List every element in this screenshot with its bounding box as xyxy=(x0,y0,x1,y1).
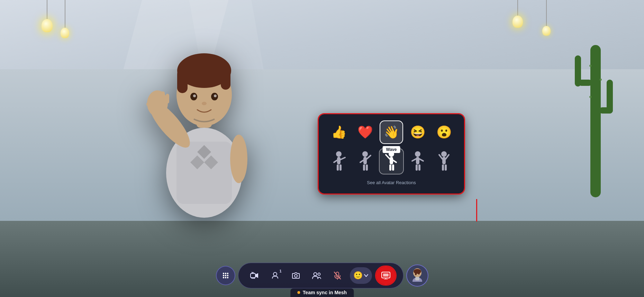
svg-rect-42 xyxy=(366,164,368,171)
reactions-button[interactable]: 🙂 xyxy=(350,267,372,284)
svg-point-61 xyxy=(223,273,224,274)
see-all-avatar-reactions[interactable]: See all Avatar Reactions xyxy=(326,179,457,187)
svg-rect-4 xyxy=(607,80,613,114)
svg-line-33 xyxy=(341,158,345,160)
ceiling-light-4 xyxy=(542,0,551,36)
connector-vertical xyxy=(476,199,477,222)
cord-4 xyxy=(546,0,547,26)
camera-icon xyxy=(292,272,300,279)
cactus-svg xyxy=(568,10,623,201)
status-bar: Team sync in Mesh xyxy=(290,288,354,297)
emoji-reactions-row: 👍 ❤️ 👋 Wave 😆 😮 xyxy=(326,121,457,143)
grid-dots-icon xyxy=(221,271,230,280)
more-people-icon xyxy=(312,272,321,279)
svg-rect-50 xyxy=(416,157,419,164)
svg-rect-87 xyxy=(415,277,419,280)
participants-badge: 1 xyxy=(279,269,281,273)
av-salute-icon xyxy=(358,151,372,171)
avatar-svg xyxy=(121,27,287,228)
svg-line-51 xyxy=(412,159,416,161)
svg-rect-0 xyxy=(590,45,601,197)
svg-point-62 xyxy=(225,273,226,274)
reaction-surprised[interactable]: 😮 xyxy=(433,121,455,143)
svg-line-39 xyxy=(367,155,371,159)
svg-line-34 xyxy=(334,160,337,162)
svg-point-74 xyxy=(314,273,317,276)
participants-icon xyxy=(271,271,279,280)
svg-point-65 xyxy=(225,275,226,276)
avatar-reaction-hands-up[interactable] xyxy=(432,149,456,174)
svg-rect-41 xyxy=(363,164,365,171)
avatar-reaction-salute[interactable] xyxy=(353,149,377,174)
camera-switch-icon xyxy=(250,272,258,279)
svg-point-6 xyxy=(600,79,602,81)
av-point-icon xyxy=(332,151,346,171)
toolbar-bar: 1 xyxy=(238,263,403,288)
avatar-3d xyxy=(121,27,287,230)
svg-rect-48 xyxy=(392,164,394,171)
reactions-panel: 👍 ❤️ 👋 Wave 😆 😮 xyxy=(319,114,464,194)
reaction-wave[interactable]: 👋 Wave xyxy=(380,121,402,143)
grid-dots-button[interactable] xyxy=(216,266,235,285)
ceiling-light-1 xyxy=(42,0,53,32)
svg-rect-29 xyxy=(166,94,169,104)
svg-rect-60 xyxy=(445,164,447,171)
svg-point-72 xyxy=(273,272,277,276)
bulb-3 xyxy=(513,16,523,28)
camera-button[interactable] xyxy=(288,267,304,284)
status-text: Team sync in Mesh xyxy=(303,290,347,295)
cord-1 xyxy=(47,0,47,19)
svg-rect-86 xyxy=(418,272,420,274)
svg-rect-47 xyxy=(389,164,391,171)
reaction-thumbs-up[interactable]: 👍 xyxy=(328,121,350,143)
ceiling-light-2 xyxy=(61,0,69,38)
mute-button[interactable] xyxy=(329,267,346,284)
svg-rect-18 xyxy=(177,69,188,93)
svg-rect-2 xyxy=(575,55,581,87)
av-shrug-icon xyxy=(411,151,425,171)
camera-switch-button[interactable] xyxy=(246,267,263,284)
ceiling-light-3 xyxy=(513,0,523,28)
svg-point-63 xyxy=(227,273,228,274)
svg-point-31 xyxy=(336,151,342,157)
svg-rect-28 xyxy=(161,91,165,103)
svg-point-7 xyxy=(589,96,591,98)
svg-rect-85 xyxy=(415,272,417,275)
svg-point-37 xyxy=(362,151,368,157)
more-people-button[interactable] xyxy=(308,267,325,284)
svg-point-66 xyxy=(227,275,228,276)
avatar-reaction-shrug[interactable] xyxy=(406,149,429,174)
svg-point-49 xyxy=(415,151,420,157)
svg-point-55 xyxy=(441,151,447,157)
bulb-2 xyxy=(61,28,69,38)
svg-line-46 xyxy=(393,160,396,162)
bulb-1 xyxy=(42,19,53,32)
svg-rect-27 xyxy=(157,91,160,103)
av-hands-up-icon xyxy=(437,151,451,171)
svg-rect-35 xyxy=(337,164,339,171)
profile-avatar-icon xyxy=(410,268,424,283)
svg-rect-70 xyxy=(251,273,255,278)
share-screen-icon xyxy=(381,272,390,279)
reaction-laugh[interactable]: 😆 xyxy=(407,121,429,143)
av-wave-icon xyxy=(384,151,398,171)
svg-line-52 xyxy=(419,159,423,161)
svg-point-22 xyxy=(193,94,196,97)
svg-rect-54 xyxy=(418,164,420,171)
svg-point-69 xyxy=(227,277,228,278)
participants-button[interactable]: 1 xyxy=(267,267,283,284)
svg-rect-36 xyxy=(339,164,342,171)
reaction-heart[interactable]: ❤️ xyxy=(354,121,376,143)
svg-marker-71 xyxy=(255,273,258,278)
svg-rect-19 xyxy=(221,69,230,90)
mute-icon xyxy=(334,271,341,280)
bulb-4 xyxy=(542,26,551,36)
avatar-reaction-point[interactable] xyxy=(327,149,351,174)
svg-rect-56 xyxy=(442,157,446,164)
share-screen-button[interactable] xyxy=(376,267,396,285)
cactus-container xyxy=(568,10,623,228)
cord-2 xyxy=(65,0,65,28)
svg-rect-26 xyxy=(152,92,156,103)
profile-avatar-button[interactable] xyxy=(406,264,428,287)
svg-point-68 xyxy=(225,277,226,278)
